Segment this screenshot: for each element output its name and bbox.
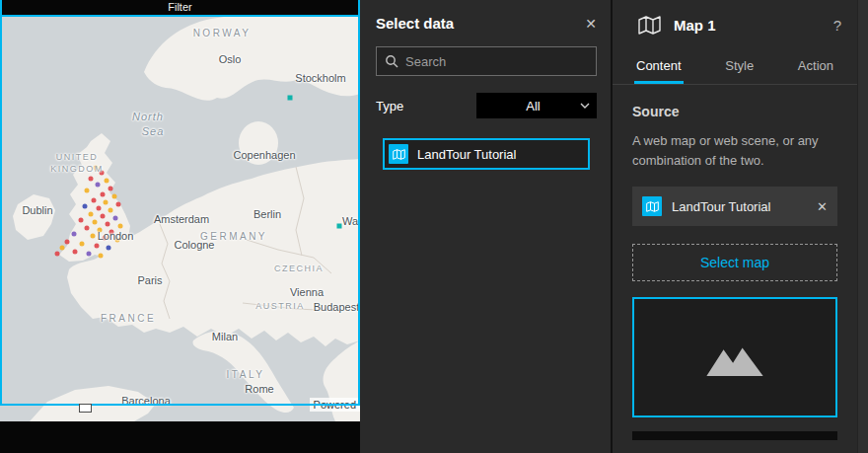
map-label: ITALY — [227, 369, 265, 380]
filter-widget-label: Filter — [168, 2, 191, 13]
map-label: CZECHIA — [274, 264, 324, 273]
map-icon — [642, 196, 662, 216]
map-label: London — [98, 230, 134, 242]
help-icon[interactable]: ? — [833, 17, 841, 34]
map-label: Milan — [212, 331, 238, 342]
map-labels: NORWAYOsloStockholmNorthSeaCopenhagenUNI… — [0, 15, 360, 421]
map-label: Sea — [142, 125, 165, 137]
map-label: Stockholm — [295, 72, 345, 84]
map-label: FRANCE — [101, 313, 156, 324]
type-select-value: All — [486, 99, 580, 113]
type-label: Type — [376, 99, 403, 113]
tab-style[interactable]: Style — [723, 49, 756, 84]
source-heading: Source — [632, 104, 837, 119]
search-box[interactable] — [376, 46, 597, 76]
selected-map-chip[interactable]: LandTour Tutorial ✕ — [632, 187, 837, 226]
map-widget-icon — [638, 16, 661, 35]
map-label: Amsterdam — [154, 213, 209, 225]
bottom-widget-bar — [0, 421, 360, 453]
map-label: War — [342, 215, 360, 227]
select-data-panel: Select data ✕ Type All — [360, 0, 613, 453]
map-icon — [389, 144, 408, 164]
settings-tabs: Content Style Action — [613, 49, 857, 85]
search-input[interactable] — [405, 54, 588, 69]
map-label: Rome — [245, 383, 273, 395]
resize-handle[interactable] — [79, 404, 92, 413]
data-item-landtour[interactable]: LandTour Tutorial — [383, 138, 590, 170]
map-label: Berlin — [253, 208, 281, 220]
map-label: Copenhagen — [233, 149, 295, 161]
map-label: Barcelona — [121, 395, 171, 407]
source-description: A web map or web scene, or any combinati… — [632, 131, 836, 171]
map-label: Vienna — [290, 286, 324, 298]
map-label: Dublin — [22, 204, 52, 216]
map-label: Budapest — [314, 301, 359, 313]
map-label: North — [132, 111, 164, 122]
select-data-title: Select data — [376, 15, 454, 32]
map-thumbnail-placeholder[interactable] — [632, 297, 837, 417]
experience-builder-app: Filter — [0, 0, 868, 453]
map-label: Cologne — [175, 239, 215, 251]
tab-content[interactable]: Content — [634, 49, 684, 84]
map-canvas[interactable]: NORWAYOsloStockholmNorthSeaCopenhagenUNI… — [0, 15, 360, 421]
map-label: AUSTRIA — [255, 301, 305, 311]
scrollbar[interactable] — [857, 0, 868, 453]
selected-map-label: LandTour Tutorial — [672, 199, 807, 214]
map-label: UNITED — [56, 152, 99, 162]
map-label: KINGDOM — [50, 164, 104, 174]
map-attribution: Powered — [310, 398, 360, 412]
remove-icon[interactable]: ✕ — [817, 199, 828, 214]
filter-widget[interactable]: Filter — [0, 0, 360, 15]
data-item-label: LandTour Tutorial — [417, 147, 516, 162]
type-select[interactable]: All — [476, 93, 597, 118]
image-placeholder-icon — [704, 337, 765, 378]
search-icon — [385, 54, 398, 68]
tab-action[interactable]: Action — [796, 49, 835, 84]
map-label: Oslo — [219, 53, 242, 65]
widget-title: Map 1 — [674, 17, 821, 34]
map-widget: Filter — [0, 0, 360, 453]
select-map-button[interactable]: Select map — [632, 244, 837, 281]
map-label: Paris — [137, 274, 162, 286]
chevron-down-icon — [580, 103, 590, 109]
close-icon[interactable]: ✕ — [585, 17, 597, 31]
map-label: NORWAY — [193, 28, 252, 38]
next-widget-edge — [632, 431, 837, 440]
map-settings-panel: Map 1 ? Content Style Action Source A we… — [613, 0, 868, 453]
